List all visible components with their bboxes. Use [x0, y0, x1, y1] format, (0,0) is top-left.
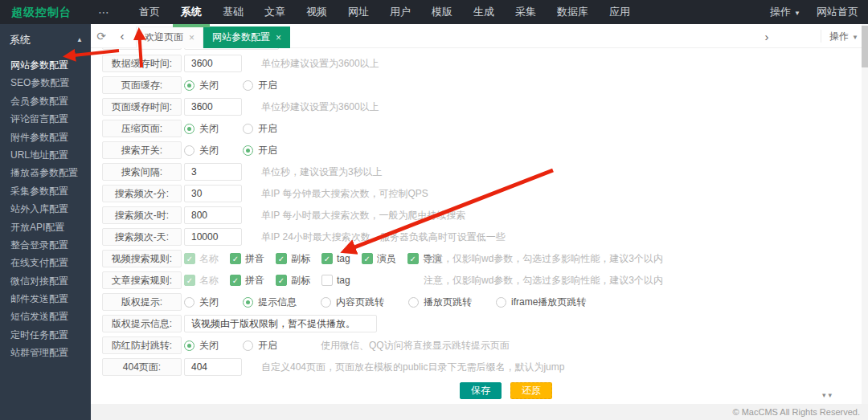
radio-option-开启[interactable]: 开启	[243, 79, 277, 92]
checkbox-option-tag[interactable]: tag	[321, 275, 350, 286]
field-label: 文章搜索规则:	[102, 271, 182, 289]
topnav-item-首页[interactable]: 首页	[129, 0, 170, 24]
clipped-text-input[interactable]	[184, 48, 279, 50]
checkbox-icon: ✓	[407, 253, 419, 264]
tabs-scroll-left-icon[interactable]: ‹	[112, 29, 133, 43]
topbar-action-dropdown[interactable]: 操作▼	[770, 5, 800, 19]
topnav-item-采集[interactable]: 采集	[505, 0, 547, 24]
form-row-10: 文章搜索规则:✓名称✓拼音✓副标tag注意，仅影响wd参数，勾选过多影响性能，建…	[102, 271, 868, 289]
text-input[interactable]: 该视频由于版权限制，暂不提供播放。	[184, 315, 377, 332]
sidebar-item-在线支付配置[interactable]: 在线支付配置	[0, 254, 91, 271]
text-input[interactable]: 10000	[184, 228, 242, 246]
close-icon[interactable]: ×	[276, 32, 281, 43]
radio-option-关闭[interactable]: 关闭	[184, 296, 219, 309]
text-input[interactable]: 3600	[184, 98, 242, 116]
topnav-item-系统[interactable]: 系统	[170, 0, 212, 24]
sidebar-menu: 网站参数配置SEO参数配置会员参数配置评论留言配置附件参数配置URL地址配置播放…	[0, 56, 91, 362]
tab-bar: ⟳ ‹ 欢迎页面×网站参数配置× › 操作▼	[91, 24, 868, 48]
sidebar-item-附件参数配置[interactable]: 附件参数配置	[0, 128, 91, 146]
tab-网站参数配置[interactable]: 网站参数配置×	[203, 27, 290, 48]
field-hint: 自定义404页面，页面放在模板的public目录下无需后缀名，默认为jump	[261, 361, 564, 374]
radio-option-关闭[interactable]: 关闭	[184, 122, 219, 136]
checkbox-option-拼音[interactable]: ✓拼音	[230, 274, 264, 287]
chevron-down-icon: ▼	[852, 34, 858, 41]
radio-option-内容页跳转[interactable]: 内容页跳转	[321, 296, 384, 309]
sidebar-item-采集参数配置[interactable]: 采集参数配置	[0, 182, 91, 200]
checkbox-option-名称[interactable]: ✓名称	[184, 252, 219, 266]
sidebar-item-播放器参数配置[interactable]: 播放器参数配置	[0, 164, 91, 181]
text-input[interactable]: 3600	[184, 55, 242, 72]
topnav-item-网址[interactable]: 网址	[338, 0, 379, 24]
save-button[interactable]: 保存	[460, 382, 502, 399]
topnav-item-用户[interactable]: 用户	[379, 0, 421, 24]
topnav-item-视频[interactable]: 视频	[296, 0, 338, 24]
checkbox-option-演员[interactable]: ✓演员	[362, 252, 396, 266]
scrollbar-thumb[interactable]	[862, 26, 868, 67]
topnav-item-应用[interactable]: 应用	[599, 0, 641, 24]
text-input[interactable]: 800	[184, 206, 242, 224]
sidebar-item-URL地址配置[interactable]: URL地址配置	[0, 146, 91, 164]
tab-action-dropdown[interactable]: 操作▼	[829, 30, 858, 43]
radio-label: 关闭	[199, 339, 219, 353]
sidebar-item-短信发送配置[interactable]: 短信发送配置	[0, 308, 91, 325]
checkbox-icon	[321, 275, 333, 286]
reset-button[interactable]: 还原	[510, 382, 552, 399]
radio-option-开启[interactable]: 开启	[243, 144, 277, 157]
top-nav: 首页系统基础文章视频网址用户模版生成采集数据库应用	[129, 0, 641, 24]
checkbox-option-副标[interactable]: ✓副标	[276, 252, 310, 266]
sidebar-item-定时任务配置[interactable]: 定时任务配置	[0, 326, 91, 344]
field-hint: 单IP 每小时最大搜索次数，一般为爬虫持续搜索	[261, 209, 465, 222]
sidebar-item-会员参数配置[interactable]: 会员参数配置	[0, 92, 91, 110]
topnav-item-数据库[interactable]: 数据库	[547, 0, 599, 24]
sidebar-item-网站参数配置[interactable]: 网站参数配置	[0, 56, 91, 74]
checkbox-label: tag	[337, 253, 350, 264]
radio-option-开启[interactable]: 开启	[243, 122, 277, 136]
radio-option-关闭[interactable]: 关闭	[184, 339, 219, 353]
topnav-item-基础[interactable]: 基础	[212, 0, 254, 24]
checkbox-option-拼音[interactable]: ✓拼音	[230, 252, 264, 266]
checkbox-option-名称[interactable]: ✓名称	[184, 274, 219, 287]
radio-option-提示信息[interactable]: 提示信息	[243, 296, 297, 309]
radio-icon	[184, 340, 194, 351]
site-home-link[interactable]: 网站首页	[817, 5, 858, 19]
more-icon[interactable]: ⋯	[98, 0, 110, 24]
sidebar-group-system[interactable]: 系统 ▲	[0, 31, 91, 49]
form-row-13: 防红防封跳转:关闭开启使用微信、QQ访问将直接显示跳转提示页面	[102, 336, 868, 354]
field-label: 搜索间隔:	[102, 163, 182, 181]
sidebar-item-整合登录配置[interactable]: 整合登录配置	[0, 236, 91, 254]
sidebar-item-微信对接配置[interactable]: 微信对接配置	[0, 272, 91, 290]
radio-label: 关闭	[199, 79, 219, 92]
text-input[interactable]: 404	[184, 358, 242, 376]
radio-option-开启[interactable]: 开启	[243, 339, 277, 353]
checkbox-label: 名称	[199, 274, 219, 287]
radio-option-iframe播放页跳转[interactable]: iframe播放页跳转	[496, 296, 586, 309]
radio-option-关闭[interactable]: 关闭	[184, 79, 219, 92]
sidebar-item-站群管理配置[interactable]: 站群管理配置	[0, 344, 91, 361]
topnav-item-模版[interactable]: 模版	[421, 0, 463, 24]
radio-option-播放页跳转[interactable]: 播放页跳转	[408, 296, 472, 309]
topnav-item-生成[interactable]: 生成	[463, 0, 505, 24]
form-row-0: 数据缓存时间:3600单位秒建议设置为3600以上	[102, 55, 868, 72]
field-label: 页面缓存:	[102, 76, 182, 94]
checkbox-option-tag[interactable]: ✓tag	[321, 253, 350, 264]
sidebar-item-邮件发送配置[interactable]: 邮件发送配置	[0, 290, 91, 308]
checkbox-option-副标[interactable]: ✓副标	[276, 274, 310, 287]
close-icon[interactable]: ×	[189, 32, 194, 43]
text-input[interactable]: 3	[184, 163, 242, 181]
text-input[interactable]: 30	[184, 185, 242, 202]
checkbox-label: tag	[337, 275, 350, 286]
sidebar-item-站外入库配置[interactable]: 站外入库配置	[0, 200, 91, 218]
tab-欢迎页面[interactable]: 欢迎页面×	[136, 27, 203, 48]
topbar-right: 操作▼ 网站首页	[770, 0, 858, 24]
form-row-14: 404页面:404自定义404页面，页面放在模板的public目录下无需后缀名，…	[102, 358, 868, 376]
sidebar-item-SEO参数配置[interactable]: SEO参数配置	[0, 74, 91, 92]
scrollbar-track[interactable]	[862, 24, 868, 404]
collapse-icon[interactable]: ▲	[76, 31, 83, 49]
tabs-scroll-right-icon[interactable]: ›	[756, 30, 777, 43]
sidebar-item-开放API配置[interactable]: 开放API配置	[0, 218, 91, 236]
checkbox-icon: ✓	[276, 275, 287, 286]
refresh-icon[interactable]: ⟳	[91, 30, 112, 43]
sidebar-item-评论留言配置[interactable]: 评论留言配置	[0, 110, 91, 128]
radio-option-关闭[interactable]: 关闭	[184, 144, 219, 157]
topnav-item-文章[interactable]: 文章	[254, 0, 296, 24]
